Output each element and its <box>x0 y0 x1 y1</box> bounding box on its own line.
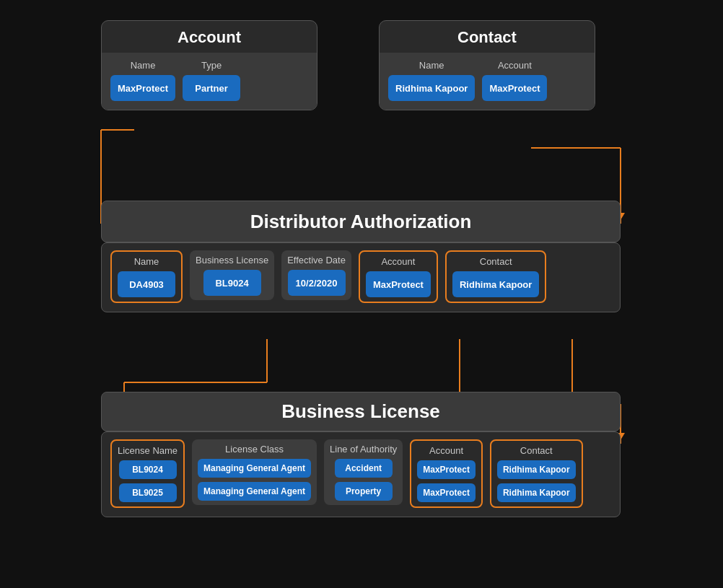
contact-name-group: Name Ridhima Kapoor <box>388 60 475 101</box>
business-license-content: License Name BL9024 BL9025 License Class… <box>101 431 621 517</box>
bl-contact-val1: Ridhima Kapoor <box>497 460 576 479</box>
bl-licensename-label: License Name <box>118 445 178 456</box>
contact-account-label: Account <box>498 60 532 71</box>
contact-card: Contact Name Ridhima Kapoor Account MaxP… <box>379 20 595 110</box>
bl-lineauth-val2: Property <box>335 482 393 501</box>
contact-name-label: Name <box>419 60 444 71</box>
contact-card-body: Name Ridhima Kapoor Account MaxProtect <box>380 53 595 110</box>
account-type-label: Type <box>201 60 222 71</box>
bl-licenseclass-group: License Class Managing General Agent Man… <box>192 439 317 505</box>
da-effdate-group: Effective Date 10/2/2020 <box>281 250 351 300</box>
da-effdate-value: 10/2/2020 <box>288 270 346 296</box>
contact-account-group: Account MaxProtect <box>482 60 547 101</box>
da-bizlicense-label: Business License <box>196 255 268 266</box>
bl-account-val1: MaxProtect <box>417 460 476 479</box>
distributor-auth-bar: Distributor Authorization <box>101 201 621 242</box>
business-license-bar: Business License <box>101 392 621 431</box>
account-name-group: Name MaxProtect <box>110 60 175 101</box>
da-account-value: MaxProtect <box>366 271 431 297</box>
da-effdate-label: Effective Date <box>287 255 346 266</box>
bl-lineauth-label: Line of Authority <box>330 444 397 455</box>
contact-account-value: MaxProtect <box>482 75 547 101</box>
distributor-auth-content: Name DA4903 Business License BL9024 Effe… <box>101 242 621 312</box>
da-account-group: Account MaxProtect <box>359 250 438 303</box>
bl-account-label: Account <box>429 445 463 456</box>
account-title: Account <box>102 21 317 53</box>
account-name-value: MaxProtect <box>110 75 175 101</box>
da-name-group: Name DA4903 <box>110 250 183 303</box>
bl-lineauth-group: Line of Authority Accident Property <box>324 439 403 505</box>
bl-account-val2: MaxProtect <box>417 483 476 502</box>
contact-name-value: Ridhima Kapoor <box>388 75 475 101</box>
bl-licenseclass-label: License Class <box>225 444 284 455</box>
bl-licenseclass-val2: Managing General Agent <box>198 482 311 501</box>
account-card: Account Name MaxProtect Type Partner <box>101 20 317 110</box>
distributor-auth-title: Distributor Authorization <box>250 211 472 233</box>
account-name-label: Name <box>131 60 156 71</box>
business-license-title: Business License <box>281 400 440 423</box>
account-type-value: Partner <box>183 75 240 101</box>
account-card-body: Name MaxProtect Type Partner <box>102 53 317 110</box>
contact-title: Contact <box>380 21 595 53</box>
bl-contact-val2: Ridhima Kapoor <box>497 483 576 502</box>
account-type-group: Type Partner <box>183 60 240 101</box>
da-contact-value: Ridhima Kapoor <box>452 271 539 297</box>
bl-lineauth-val1: Accident <box>335 459 393 478</box>
diagram-container: Account Name MaxProtect Type Partner Con… <box>0 0 723 588</box>
da-name-label: Name <box>134 256 159 267</box>
bl-account-group: Account MaxProtect MaxProtect <box>410 439 483 508</box>
da-bizlicense-group: Business License BL9024 <box>190 250 274 300</box>
bl-licensename-group: License Name BL9024 BL9025 <box>110 439 185 508</box>
da-name-value: DA4903 <box>118 271 175 297</box>
bl-contact-group: Contact Ridhima Kapoor Ridhima Kapoor <box>490 439 583 508</box>
da-contact-group: Contact Ridhima Kapoor <box>445 250 546 303</box>
bl-licensename-val1: BL9024 <box>119 460 177 479</box>
bl-contact-label: Contact <box>520 445 553 456</box>
bl-licenseclass-val1: Managing General Agent <box>198 459 311 478</box>
da-contact-label: Contact <box>480 256 512 267</box>
bl-licensename-val2: BL9025 <box>119 483 177 502</box>
da-account-label: Account <box>381 256 415 267</box>
da-bizlicense-value: BL9024 <box>203 270 261 296</box>
